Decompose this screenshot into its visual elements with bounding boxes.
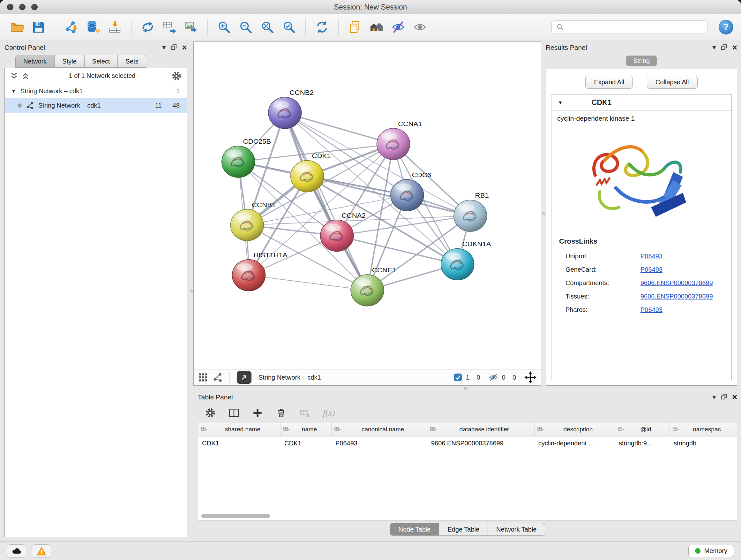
show-columns-icon[interactable] [228, 408, 239, 418]
add-column-icon[interactable] [252, 408, 263, 418]
gear-icon[interactable] [172, 71, 182, 81]
gene-section-header[interactable]: ▼ CDK1 [551, 95, 731, 111]
export-image-button[interactable] [182, 18, 200, 37]
network-edge[interactable] [249, 275, 367, 290]
column-header-shared-name[interactable]: shared name [198, 422, 280, 436]
network-node-label: CCNA1 [398, 120, 422, 127]
panel-float-icon[interactable] [721, 394, 727, 401]
network-node-ccna1[interactable]: CCNA1 [377, 120, 422, 160]
tab-sets[interactable]: Sets [118, 55, 146, 68]
network-node-cdkn1a[interactable]: CDKN1A [441, 240, 491, 280]
table-row[interactable]: CDK1 CDK1 P06493 9606.ENSP00000378699 cy… [198, 436, 737, 450]
crosslink-genecard[interactable]: P06493 [641, 266, 663, 273]
tab-select[interactable]: Select [84, 55, 118, 68]
network-share-icon[interactable] [213, 373, 222, 382]
hide-selected-button[interactable] [389, 18, 408, 37]
panel-collapse-icon[interactable]: ▾ [712, 394, 716, 401]
crosslink-tissues[interactable]: 9606.ENSP00000378699 [641, 293, 713, 300]
horizontal-scrollbar-thumb[interactable] [201, 514, 270, 518]
minimize-window-button[interactable] [19, 4, 25, 10]
panel-close-icon[interactable]: × [732, 393, 737, 401]
save-session-button[interactable] [29, 18, 48, 37]
network-canvas-svg[interactable]: CCNB2CCNA1CDC25BCDK1CDC6RB1CCNB1CCNA2CDK… [194, 42, 541, 369]
tab-network-table[interactable]: Network Table [488, 523, 545, 536]
new-network-from-selection-button[interactable] [138, 18, 157, 37]
column-header-canonical-name[interactable]: canonical name [332, 422, 427, 436]
network-node-rb1[interactable]: RB1 [454, 192, 489, 232]
apply-layout-button[interactable] [313, 18, 331, 37]
export-table-button[interactable] [160, 18, 179, 37]
crosslink-pharos[interactable]: P06493 [641, 306, 663, 314]
tab-edge-table[interactable]: Edge Table [439, 523, 488, 536]
expand-all-button[interactable]: Expand All [585, 76, 633, 89]
network-edge[interactable] [285, 113, 367, 291]
hidden-eye-icon[interactable] [488, 373, 498, 381]
network-edge[interactable] [307, 176, 470, 216]
title-bar: Session: New Session [0, 0, 741, 14]
network-row-selected[interactable]: String Network – cdk1 11 48 [5, 98, 187, 113]
network-node-hist1h1a[interactable]: HIST1H1A [232, 251, 287, 291]
search-box[interactable] [551, 20, 708, 34]
panel-close-icon[interactable]: × [182, 44, 187, 52]
tab-style[interactable]: Style [55, 55, 84, 68]
panel-float-icon[interactable] [721, 44, 727, 51]
splitter-grip[interactable] [190, 290, 193, 293]
show-all-button[interactable] [411, 18, 429, 37]
control-panel-title: Control Panel [4, 44, 45, 51]
pan-crosshair-icon[interactable] [524, 371, 536, 383]
column-header-description[interactable]: description [535, 422, 615, 436]
annotations-button[interactable] [346, 18, 364, 37]
help-button[interactable]: ? [719, 20, 733, 35]
panel-float-icon[interactable] [171, 44, 177, 51]
column-header-namespace[interactable]: namespac [670, 422, 737, 436]
table-panel-splitter[interactable] [193, 386, 737, 391]
tree-expand-icon[interactable]: ▼ [11, 88, 16, 94]
home-neighborhood-button[interactable] [367, 18, 386, 37]
column-header-name[interactable]: name [280, 422, 332, 436]
panel-collapse-icon[interactable]: ▾ [162, 44, 165, 51]
tab-network[interactable]: Network [15, 55, 55, 68]
splitter-grip[interactable] [542, 212, 545, 215]
crosslink-compartments[interactable]: 9606.ENSP00000378699 [641, 279, 713, 287]
zoom-selected-button[interactable] [280, 18, 298, 37]
import-table-from-file-button[interactable] [106, 18, 124, 37]
crosslink-uniprot[interactable]: P06493 [641, 253, 663, 260]
table-settings-gear-icon[interactable] [205, 408, 216, 418]
selected-checkbox-icon[interactable] [454, 373, 462, 381]
zoom-in-button[interactable] [215, 18, 233, 37]
import-network-from-database-button[interactable] [84, 18, 103, 37]
close-window-button[interactable] [7, 4, 13, 10]
network-canvas[interactable]: CCNB2CCNA1CDC25BCDK1CDC6RB1CCNB1CCNA2CDK… [193, 42, 541, 369]
results-panel-splitter[interactable] [541, 42, 546, 386]
splitter-grip[interactable] [464, 387, 467, 390]
open-session-button[interactable] [8, 18, 26, 37]
status-separator [229, 372, 230, 383]
grid-icon[interactable] [198, 373, 208, 382]
collapse-all-button[interactable]: Collapse All [647, 76, 697, 89]
column-header-database-identifier[interactable]: database identifier [427, 422, 535, 436]
panel-close-icon[interactable]: × [732, 44, 737, 52]
column-header-id[interactable]: @id [615, 422, 670, 436]
zoom-fit-button[interactable] [258, 18, 277, 37]
zoom-window-button[interactable] [31, 4, 38, 10]
collapse-all-icon[interactable] [10, 72, 18, 80]
open-in-new-window-button[interactable] [237, 371, 252, 384]
tab-string[interactable]: String [626, 56, 657, 66]
network-node-cdc25b[interactable]: CDC25B [222, 138, 271, 178]
section-collapse-icon[interactable]: ▼ [558, 100, 563, 106]
network-collection-row[interactable]: ▼ String Network – cdk1 1 [5, 84, 187, 98]
delete-column-icon[interactable] [276, 408, 286, 418]
network-node-ccnb2[interactable]: CCNB2 [268, 89, 314, 129]
control-panel-tabs: Network Style Select Sets [15, 55, 187, 68]
import-network-from-file-button[interactable] [62, 18, 81, 37]
tab-node-table[interactable]: Node Table [390, 523, 440, 536]
network-edge[interactable] [285, 113, 394, 144]
panel-collapse-icon[interactable]: ▾ [712, 44, 716, 51]
memory-button[interactable]: Memory [688, 545, 734, 557]
search-input[interactable] [567, 23, 703, 30]
control-panel-splitter[interactable] [189, 40, 193, 542]
expand-all-icon[interactable] [21, 72, 30, 80]
cloud-status-button[interactable] [7, 544, 26, 558]
zoom-out-button[interactable] [237, 18, 255, 37]
warnings-button[interactable] [32, 544, 51, 558]
